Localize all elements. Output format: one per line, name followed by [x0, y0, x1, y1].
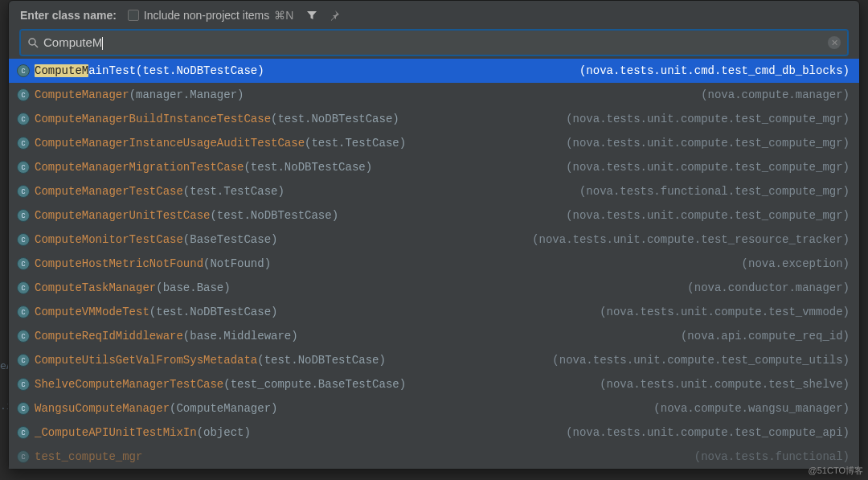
- result-name: ComputeManagerUnitTestCase(test.NoDBTest…: [35, 207, 561, 224]
- result-name: ComputeMonitorTestCase(BaseTestCase): [35, 231, 527, 248]
- checkbox-label: Include non-project items: [144, 9, 269, 22]
- result-row[interactable]: cComputeManager(manager.Manager)(nova.co…: [9, 83, 859, 107]
- result-name: ComputeManagerBuildInstanceTestCase(test…: [35, 110, 561, 128]
- result-row[interactable]: cComputeMainTest(test.NoDBTestCase)(nova…: [9, 59, 859, 83]
- class-icon: c: [17, 137, 30, 150]
- class-icon: c: [17, 161, 30, 174]
- result-row[interactable]: cComputeVMModeTest(test.NoDBTestCase)(no…: [9, 300, 859, 324]
- class-icon: c: [17, 402, 30, 415]
- result-row[interactable]: cComputeManagerBuildInstanceTestCase(tes…: [9, 107, 859, 131]
- class-icon: c: [17, 354, 30, 367]
- result-row[interactable]: cComputeManagerMigrationTestCase(test.No…: [9, 155, 859, 179]
- result-row[interactable]: cComputeManagerInstanceUsageAuditTestCas…: [9, 131, 859, 155]
- result-row[interactable]: cShelveComputeManagerTestCase(test_compu…: [9, 372, 859, 396]
- result-row[interactable]: cWangsuComputeManager(ComputeManager)(no…: [9, 396, 859, 421]
- class-icon: c: [17, 113, 30, 125]
- result-row[interactable]: cComputeUtilsGetValFromSysMetadata(test.…: [9, 348, 859, 372]
- result-row[interactable]: cComputeReqIdMiddleware(base.Middleware)…: [9, 324, 859, 348]
- class-icon: c: [17, 233, 30, 246]
- result-name: WangsuComputeManager(ComputeManager): [35, 400, 649, 417]
- class-icon: c: [17, 209, 30, 222]
- popup-header: Enter class name: Include non-project it…: [9, 1, 859, 30]
- result-name: ComputeVMModeTest(test.NoDBTestCase): [35, 303, 595, 321]
- result-location: (nova.tests.unit.compute.test_compute_ut…: [552, 351, 850, 369]
- result-location: (nova.exception): [742, 255, 850, 273]
- result-row[interactable]: cComputeMonitorTestCase(BaseTestCase)(no…: [9, 228, 859, 252]
- result-name: ShelveComputeManagerTestCase(test_comput…: [35, 375, 595, 393]
- pin-icon[interactable]: [329, 10, 340, 21]
- result-location: (nova.tests.unit.compute.test_shelve): [600, 375, 850, 393]
- result-name: ComputeManagerInstanceUsageAuditTestCase…: [35, 134, 561, 152]
- class-icon: c: [17, 450, 30, 463]
- result-name: ComputeUtilsGetValFromSysMetadata(test.N…: [35, 351, 547, 369]
- result-location: (nova.tests.unit.compute.test_compute_mg…: [566, 134, 850, 152]
- result-row[interactable]: cComputeTaskManager(base.Base)(nova.cond…: [9, 276, 859, 300]
- class-icon: c: [17, 64, 30, 77]
- result-location: (nova.compute.manager): [701, 86, 850, 104]
- result-location: (nova.tests.unit.compute.test_resource_t…: [532, 231, 850, 248]
- prompt-label: Enter class name:: [20, 9, 117, 22]
- clear-icon[interactable]: ✕: [828, 36, 841, 49]
- result-name: ComputeMainTest(test.NoDBTestCase): [35, 62, 575, 80]
- search-input[interactable]: ComputeM: [43, 35, 823, 50]
- checkbox-icon: [128, 10, 139, 21]
- class-icon: c: [17, 426, 30, 439]
- include-non-project-checkbox[interactable]: Include non-project items ⌘N: [128, 9, 294, 22]
- svg-line-1: [35, 44, 38, 47]
- result-name: test_compute_mgr: [35, 448, 690, 466]
- result-name: ComputeManagerTestCase(test.TestCase): [35, 183, 575, 200]
- result-name: ComputeManagerMigrationTestCase(test.NoD…: [35, 158, 561, 176]
- result-location: (nova.conductor.manager): [687, 279, 850, 297]
- result-row[interactable]: ctest_compute_mgr(nova.tests.functional): [9, 445, 859, 469]
- class-icon: c: [17, 281, 30, 294]
- result-name: _ComputeAPIUnitTestMixIn(object): [35, 424, 561, 441]
- result-row[interactable]: cComputeManagerTestCase(test.TestCase)(n…: [9, 179, 859, 203]
- class-icon: c: [17, 257, 30, 270]
- result-location: (nova.compute.wangsu_manager): [653, 400, 850, 417]
- result-row[interactable]: c_ComputeAPIUnitTestMixIn(object)(nova.t…: [9, 421, 859, 445]
- result-name: ComputeReqIdMiddleware(base.Middleware): [35, 327, 676, 345]
- result-name: ComputeManager(manager.Manager): [35, 86, 696, 104]
- search-field[interactable]: ComputeM ✕: [20, 30, 848, 55]
- result-name: ComputeHostMetricNotFound(NotFound): [35, 255, 737, 273]
- search-icon: [27, 37, 39, 48]
- result-location: (nova.tests.functional): [694, 448, 850, 466]
- results-list: cComputeMainTest(test.NoDBTestCase)(nova…: [9, 59, 859, 469]
- watermark: @51CTO博客: [809, 465, 863, 477]
- class-icon: c: [17, 330, 30, 343]
- result-location: (nova.tests.unit.compute.test_compute_mg…: [566, 158, 850, 176]
- filter-icon[interactable]: [306, 10, 317, 21]
- class-icon: c: [17, 88, 30, 101]
- result-row[interactable]: cComputeHostMetricNotFound(NotFound)(nov…: [9, 252, 859, 276]
- svg-point-0: [29, 39, 35, 45]
- class-icon: c: [17, 185, 30, 198]
- result-location: (nova.tests.unit.compute.test_compute_ap…: [566, 424, 850, 441]
- class-icon: c: [17, 306, 30, 318]
- goto-class-popup: Enter class name: Include non-project it…: [8, 0, 860, 470]
- class-icon: c: [17, 378, 30, 391]
- result-location: (nova.tests.unit.compute.test_vmmode): [600, 303, 850, 321]
- result-location: (nova.tests.functional.test_compute_mgr): [579, 183, 850, 200]
- result-location: (nova.tests.unit.compute.test_compute_mg…: [566, 207, 850, 224]
- result-row[interactable]: cComputeManagerUnitTestCase(test.NoDBTes…: [9, 203, 859, 228]
- result-location: (nova.api.compute_req_id): [681, 327, 850, 345]
- result-location: (nova.tests.unit.compute.test_compute_mg…: [566, 110, 850, 128]
- shortcut-label: ⌘N: [274, 9, 293, 22]
- result-location: (nova.tests.unit.cmd.test_cmd_db_blocks): [579, 62, 850, 80]
- result-name: ComputeTaskManager(base.Base): [35, 279, 682, 297]
